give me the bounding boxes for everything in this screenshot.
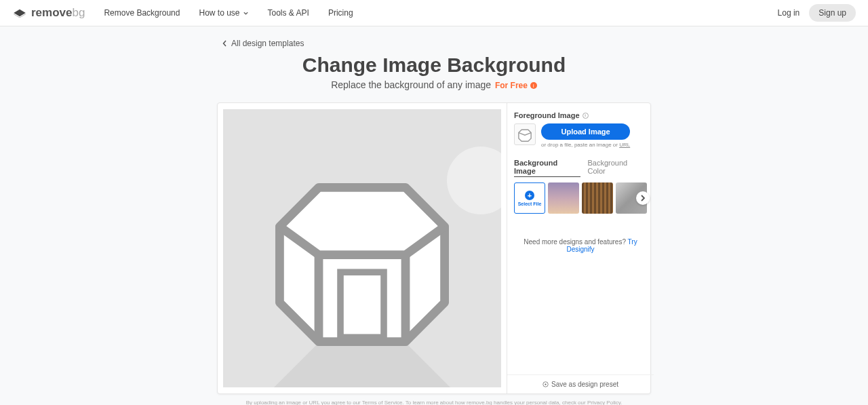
tab-background-image[interactable]: Background Image [514, 159, 580, 177]
page-title: Change Image Background [217, 54, 651, 77]
content: All design templates Change Image Backgr… [217, 26, 651, 405]
tab-background-color[interactable]: Background Color [587, 159, 647, 177]
sidebar-panel: Foreground Image i Upload Image or drop … [507, 103, 654, 393]
save-preset-button[interactable]: Save as design preset [507, 374, 654, 393]
bg-image-strip: + Select File [514, 182, 647, 214]
plus-icon: + [525, 191, 534, 200]
footer-legal: By uploading an image or URL you agree t… [217, 400, 651, 405]
chevron-left-icon [222, 40, 227, 47]
svg-marker-0 [279, 187, 444, 341]
privacy-link[interactable]: Privacy Policy [587, 400, 620, 405]
footer-prefix: By uploading an image or URL you agree t… [246, 400, 362, 405]
signup-button[interactable]: Sign up [809, 4, 856, 22]
logo[interactable]: removebg [12, 6, 85, 20]
select-file-label: Select File [518, 201, 542, 206]
foreground-label-text: Foreground Image [514, 111, 580, 119]
page-subtitle: Replace the background of any image For … [217, 79, 651, 90]
svg-point-6 [545, 383, 546, 385]
logo-icon [12, 8, 27, 18]
nav-left: removebg Remove Background How to use To… [12, 6, 353, 20]
logo-text-suffix: bg [72, 6, 85, 19]
terms-link[interactable]: Terms of Service [362, 400, 403, 405]
login-link[interactable]: Log in [778, 8, 800, 18]
foreground-label: Foreground Image i [514, 111, 647, 119]
foreground-actions: Upload Image or drop a file, paste an im… [541, 123, 630, 148]
cube-placeholder-icon [254, 140, 471, 357]
preview-canvas[interactable] [223, 109, 501, 387]
breadcrumb-back[interactable]: All design templates [222, 39, 651, 48]
logo-text-main: remove [31, 6, 72, 19]
bg-tile-stripes[interactable] [582, 182, 613, 214]
url-link[interactable]: URL [619, 142, 630, 148]
carousel-next-button[interactable] [636, 191, 650, 205]
foreground-row: Upload Image or drop a file, paste an im… [514, 123, 647, 148]
save-preset-label: Save as design preset [551, 381, 618, 388]
select-file-tile[interactable]: + Select File [514, 182, 545, 214]
info-icon[interactable]: i [583, 113, 589, 119]
nav-tools-api[interactable]: Tools & API [268, 8, 309, 18]
upload-image-button[interactable]: Upload Image [541, 123, 630, 140]
nav-pricing[interactable]: Pricing [328, 8, 353, 18]
drop-text: or drop a file, paste an image or URL [541, 142, 630, 148]
chevron-right-icon [640, 195, 646, 201]
subtitle-text: Replace the background of any image [331, 79, 491, 90]
drop-prefix: or drop a file, paste an image or [541, 142, 619, 148]
bg-tabs: Background Image Background Color [514, 159, 647, 177]
designify-prefix: Need more designs and features? [524, 238, 627, 246]
gear-icon [542, 381, 549, 387]
navbar: removebg Remove Background How to use To… [0, 0, 868, 26]
cube-thumb-icon [517, 126, 533, 142]
footer-suffix: . [620, 400, 622, 405]
nav-remove-background[interactable]: Remove Background [104, 8, 180, 18]
chevron-down-icon [243, 10, 249, 16]
nav-right: Log in Sign up [778, 4, 856, 22]
nav-how-to-use[interactable]: How to use [199, 8, 248, 18]
breadcrumb-label: All design templates [231, 39, 304, 48]
preview-pane [218, 103, 507, 393]
designify-promo: Need more designs and features? Try Desi… [514, 238, 647, 253]
nav-how-to-use-label: How to use [199, 8, 239, 18]
footer-middle: . To learn more about how remove.bg hand… [402, 400, 587, 405]
foreground-thumbnail[interactable] [514, 123, 536, 145]
editor: Foreground Image i Upload Image or drop … [217, 102, 651, 394]
bg-tile-sunset[interactable] [548, 182, 579, 214]
info-icon[interactable]: i [530, 82, 537, 89]
for-free-badge: For Free [495, 81, 528, 90]
